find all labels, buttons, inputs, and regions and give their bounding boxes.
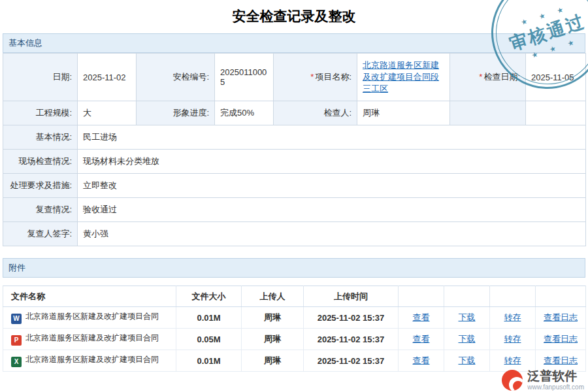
basic-info-row-2: 工程规模: 大 形象进度: 完成50% 检查人: 周琳	[3, 101, 586, 125]
date-value: 2025-11-02	[78, 54, 137, 101]
inspection-no-label: 安检编号:	[137, 54, 215, 101]
basic-info-row-7: 复查人签字: 黄小强	[3, 222, 586, 246]
safety-inspection-page: 安全检查记录及整改 ★ ★ ★ 审核通过 ★ ★ ★ 基本信息 日期: 2025…	[0, 0, 588, 392]
basic-situation-value: 民工进场	[78, 125, 586, 150]
attachment-upload-time: 2025-11-02 15:37	[304, 350, 399, 372]
attachment-actions-log: 查看日志	[536, 350, 586, 372]
attachment-actions-save: 转存	[490, 350, 536, 372]
view-log-link[interactable]: 查看日志	[544, 312, 578, 322]
attachment-actions-view: 查看	[399, 329, 444, 350]
attachment-file-size: 0.05M	[176, 329, 242, 350]
basic-situation-label: 基本情况:	[3, 125, 78, 150]
inspector-label: 检查人:	[274, 101, 357, 125]
attachment-file-name: P北京路道服务区新建及改扩建项目合同	[3, 329, 176, 350]
required-marker: *	[479, 72, 482, 82]
empty-value-cell	[526, 101, 586, 125]
attachment-file-name: X北京路道服务区新建及改扩建项目合同	[3, 350, 176, 372]
vendor-watermark: 泛普软件 www.fanpusoft.com	[502, 370, 584, 391]
attachments-section-header: 附件	[3, 258, 585, 278]
basic-info-row-3: 基本情况: 民工进场	[3, 125, 586, 150]
col-header-action-1	[399, 286, 444, 307]
vendor-url: www.fanpusoft.com	[527, 384, 584, 391]
attachment-actions-log: 查看日志	[536, 329, 586, 350]
vendor-brand-name: 泛普软件	[527, 370, 577, 384]
col-header-upload-time: 上传时间	[304, 286, 399, 307]
attachment-actions-view: 查看	[399, 350, 444, 372]
signature-value: 黄小强	[78, 222, 586, 246]
view-link[interactable]: 查看	[413, 334, 430, 344]
progress-value: 完成50%	[215, 101, 274, 125]
project-name-label: *项目名称:	[274, 54, 357, 101]
scale-label: 工程规模:	[3, 101, 78, 125]
save-as-link[interactable]: 转存	[504, 334, 521, 344]
attachments-header-row: 文件名称 文件大小 上传人 上传时间	[3, 286, 586, 307]
basic-info-row-5: 处理要求及措施: 立即整改	[3, 174, 586, 198]
col-header-file-name: 文件名称	[3, 286, 176, 307]
measures-value: 立即整改	[78, 174, 586, 198]
excel-file-icon: X	[11, 357, 22, 367]
basic-info-table: 日期: 2025-11-02 安检编号: 20250110005 *项目名称: …	[3, 53, 586, 246]
basic-info-row-6: 复查情况: 验收通过	[3, 198, 586, 222]
attachment-actions-save: 转存	[490, 329, 536, 350]
required-marker: *	[310, 72, 314, 82]
download-link[interactable]: 下载	[459, 312, 476, 322]
attachment-actions-download: 下载	[444, 307, 490, 329]
word-file-icon: W	[11, 314, 22, 324]
col-header-action-2	[444, 286, 490, 307]
attachment-row: P北京路道服务区新建及改扩建项目合同 0.05M 周琳 2025-11-02 1…	[3, 329, 586, 350]
measures-label: 处理要求及措施:	[3, 174, 78, 198]
progress-label: 形象进度:	[137, 101, 215, 125]
attachment-actions-download: 下载	[444, 329, 490, 350]
save-as-link[interactable]: 转存	[504, 355, 521, 365]
col-header-action-4	[536, 286, 586, 307]
attachment-actions-save: 转存	[490, 307, 536, 329]
attachment-uploader: 周琳	[242, 307, 304, 329]
attachment-file-size: 0.01M	[176, 350, 242, 372]
attachment-uploader: 周琳	[242, 350, 304, 372]
basic-info-section-header: 基本信息	[3, 33, 585, 53]
recheck-value: 验收通过	[78, 198, 586, 222]
col-header-uploader: 上传人	[242, 286, 304, 307]
save-as-link[interactable]: 转存	[504, 312, 521, 322]
pdf-file-icon: P	[11, 335, 22, 346]
attachment-file-size: 0.01M	[176, 307, 242, 329]
empty-label-cell	[450, 101, 526, 125]
signature-label: 复查人签字:	[3, 222, 78, 246]
site-check-label: 现场检查情况:	[3, 150, 78, 174]
attachments-section-title: 附件	[8, 263, 25, 272]
col-header-action-3	[490, 286, 536, 307]
view-link[interactable]: 查看	[413, 312, 430, 322]
attachment-row: X北京路道服务区新建及改扩建项目合同 0.01M 周琳 2025-11-02 1…	[3, 350, 586, 372]
attachment-upload-time: 2025-11-02 15:37	[304, 329, 399, 350]
attachment-uploader: 周琳	[242, 329, 304, 350]
basic-info-section-title: 基本信息	[8, 38, 42, 48]
attachment-row: W北京路道服务区新建及改扩建项目合同 0.01M 周琳 2025-11-02 1…	[3, 307, 586, 329]
inspection-no-value: 20250110005	[215, 54, 274, 101]
project-name-link[interactable]: 北京路道服务区新建及改扩建项目合同段三工区	[363, 60, 439, 93]
check-date-label: *检查日期:	[450, 54, 526, 101]
recheck-label: 复查情况:	[3, 198, 78, 222]
col-header-file-size: 文件大小	[176, 286, 242, 307]
attachment-actions-view: 查看	[399, 307, 444, 329]
view-link[interactable]: 查看	[413, 355, 430, 365]
attachment-actions-download: 下载	[444, 350, 490, 372]
inspector-value: 周琳	[357, 101, 450, 125]
fanpu-logo-icon	[502, 370, 523, 391]
date-label: 日期:	[3, 54, 78, 101]
check-date-value: 2025-11-05	[526, 54, 586, 101]
view-log-link[interactable]: 查看日志	[544, 334, 578, 344]
page-title: 安全检查记录及整改	[0, 0, 588, 33]
basic-info-row-4: 现场检查情况: 现场材料未分类堆放	[3, 150, 586, 174]
view-log-link[interactable]: 查看日志	[544, 355, 578, 365]
attachment-upload-time: 2025-11-02 15:37	[304, 307, 399, 329]
project-name-value: 北京路道服务区新建及改扩建项目合同段三工区	[357, 54, 450, 101]
attachment-file-name: W北京路道服务区新建及改扩建项目合同	[3, 307, 176, 329]
scale-value: 大	[78, 101, 137, 125]
site-check-value: 现场材料未分类堆放	[78, 150, 586, 174]
download-link[interactable]: 下载	[459, 355, 476, 365]
attachment-actions-log: 查看日志	[536, 307, 586, 329]
download-link[interactable]: 下载	[459, 334, 476, 344]
basic-info-row-1: 日期: 2025-11-02 安检编号: 20250110005 *项目名称: …	[3, 54, 586, 101]
attachments-table: 文件名称 文件大小 上传人 上传时间 W北京路道服务区新建及改扩建项目合同 0.…	[3, 286, 586, 372]
